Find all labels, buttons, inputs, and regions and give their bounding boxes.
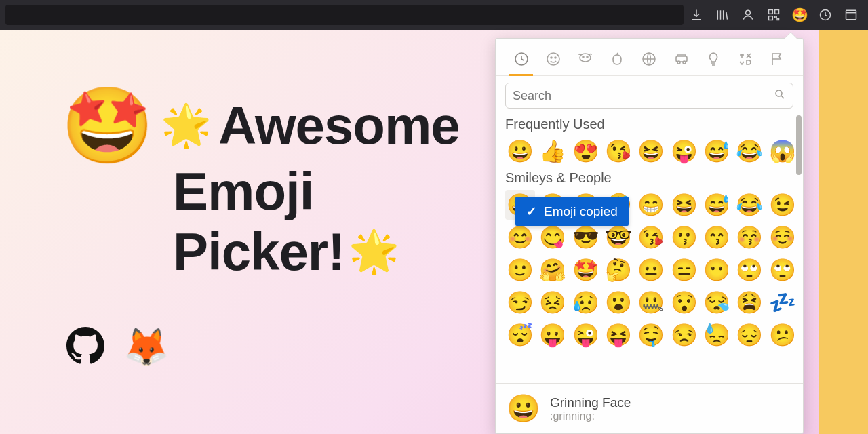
title-line1: Awesome (218, 95, 460, 157)
emoji-cell[interactable]: 🤤 (636, 320, 666, 350)
sparkle-icon: 🌟 (349, 231, 399, 272)
emoji-cell[interactable]: 😁 (636, 190, 666, 220)
emoji-cell[interactable]: 😕 (768, 320, 797, 350)
emoji-cell[interactable]: 😴 (505, 320, 535, 350)
download-icon[interactable] (689, 7, 704, 22)
emoji-cell[interactable]: 😓 (702, 320, 732, 350)
emoji-cell[interactable]: 😜 (669, 136, 699, 166)
emoji-cell[interactable]: 😊 (505, 222, 535, 252)
emoji-cell[interactable]: 🙄 (734, 255, 764, 285)
svg-point-9 (555, 57, 556, 58)
svg-point-11 (587, 56, 588, 58)
emoji-cell[interactable]: 😏 (505, 288, 535, 317)
emoji-cell[interactable]: 💤 (768, 288, 797, 317)
svg-rect-1 (769, 10, 773, 14)
svg-point-14 (677, 61, 680, 64)
emoji-extension-icon[interactable]: 🤩 (792, 7, 807, 22)
emoji-cell[interactable]: 😚 (734, 222, 764, 252)
section-smileys-title: Smileys & People (505, 170, 797, 186)
tab-symbols[interactable] (730, 45, 762, 75)
emoji-cell[interactable]: ☺️ (768, 222, 797, 252)
search-icon (774, 88, 786, 103)
emoji-cell[interactable]: 😛 (538, 320, 568, 350)
preview-name: Grinning Face (550, 395, 631, 410)
emoji-cell[interactable]: 😜 (571, 320, 601, 350)
sparkle-icon: 🌟 (161, 105, 212, 146)
preview-bar: 😀 Grinning Face :grinning: (496, 383, 803, 433)
emoji-cell[interactable]: 😗 (669, 222, 699, 252)
emoji-cell[interactable]: 😅 (702, 136, 732, 166)
svg-rect-5 (846, 10, 856, 19)
emoji-cell[interactable]: 😆 (669, 190, 699, 220)
qr-icon[interactable] (766, 7, 781, 22)
tab-recent[interactable] (505, 45, 537, 75)
emoji-cell[interactable]: 😂 (734, 136, 764, 166)
hero-emoji: 🤩 (61, 88, 154, 163)
category-tabs (496, 39, 803, 76)
tab-food[interactable] (601, 45, 633, 75)
svg-point-0 (746, 10, 751, 15)
emoji-cell[interactable]: 🤐 (636, 288, 666, 317)
library-icon[interactable] (715, 7, 730, 22)
tab-activity[interactable] (633, 45, 665, 75)
section-frequent-title: Frequently Used (505, 117, 797, 132)
account-icon[interactable] (741, 7, 755, 22)
history-icon[interactable] (818, 7, 833, 22)
emoji-cell[interactable]: 😘 (636, 222, 666, 252)
tab-objects[interactable] (697, 45, 729, 75)
tab-smileys[interactable] (537, 45, 569, 75)
svg-point-8 (551, 57, 552, 58)
emoji-cell[interactable]: 😯 (669, 288, 699, 317)
svg-point-10 (583, 56, 584, 58)
emoji-cell[interactable]: 😅 (702, 190, 732, 220)
emoji-cell[interactable]: 🙂 (505, 255, 535, 285)
emoji-picker-panel: Frequently Used 😀👍😍😘😆😜😅😂😱 Smileys & Peop… (495, 38, 804, 434)
emoji-cell[interactable]: 😥 (571, 288, 601, 317)
svg-point-16 (776, 90, 782, 96)
emoji-cell[interactable]: 😮 (604, 288, 633, 317)
firefox-icon[interactable]: 🦊 (123, 326, 169, 368)
emoji-cell[interactable]: 🤩 (571, 255, 601, 285)
preview-emoji: 😀 (507, 393, 540, 425)
emoji-cell[interactable]: 😎 (571, 222, 601, 252)
browser-toolbar: 🤩 (0, 0, 868, 30)
preview-code: :grinning: (550, 410, 631, 422)
emoji-cell[interactable]: 😫 (734, 288, 764, 317)
url-bar[interactable] (5, 5, 684, 25)
emoji-cell[interactable]: 😋 (538, 222, 568, 252)
emoji-cell[interactable]: 😪 (702, 288, 732, 317)
emoji-cell[interactable]: 😐 (636, 255, 666, 285)
svg-rect-2 (775, 10, 779, 14)
tab-travel[interactable] (665, 45, 697, 75)
hero-title: 🤩 🌟 Awesome Emoji Picker! 🌟 (61, 88, 495, 283)
emoji-cell[interactable]: 😝 (604, 320, 633, 350)
tab-animals[interactable] (569, 45, 601, 75)
search-input[interactable] (513, 89, 774, 103)
emoji-cell[interactable]: 😀 (505, 136, 535, 166)
emoji-cell[interactable]: 👍 (538, 136, 568, 166)
emoji-cell[interactable]: 😶 (702, 255, 732, 285)
search-box[interactable] (505, 83, 793, 108)
tab-flags[interactable] (762, 45, 793, 75)
emoji-cell[interactable]: 😉 (768, 190, 797, 220)
emoji-cell[interactable]: 😑 (669, 255, 699, 285)
emoji-cell[interactable]: 😔 (734, 320, 764, 350)
emoji-cell[interactable]: 😆 (636, 136, 666, 166)
emoji-cell[interactable]: 😂 (734, 190, 764, 220)
emoji-cell[interactable]: 🤓 (604, 222, 633, 252)
check-icon: ✓ (526, 203, 537, 219)
emoji-cell[interactable]: 😱 (768, 136, 797, 166)
emoji-cell[interactable]: 😣 (538, 288, 568, 317)
svg-point-15 (683, 61, 686, 64)
emoji-cell[interactable]: 😒 (669, 320, 699, 350)
emoji-cell[interactable]: 😍 (571, 136, 601, 166)
emoji-cell[interactable]: 🤗 (538, 255, 568, 285)
footer-links: 🦊 (66, 326, 169, 368)
window-icon[interactable] (844, 7, 859, 22)
emoji-cell[interactable]: 🙄 (768, 255, 797, 285)
emoji-cell[interactable]: 😙 (702, 222, 732, 252)
emoji-cell[interactable]: 😘 (604, 136, 633, 166)
scrollbar-thumb[interactable] (796, 115, 802, 175)
github-icon[interactable] (66, 327, 104, 368)
emoji-cell[interactable]: 🤔 (604, 255, 633, 285)
